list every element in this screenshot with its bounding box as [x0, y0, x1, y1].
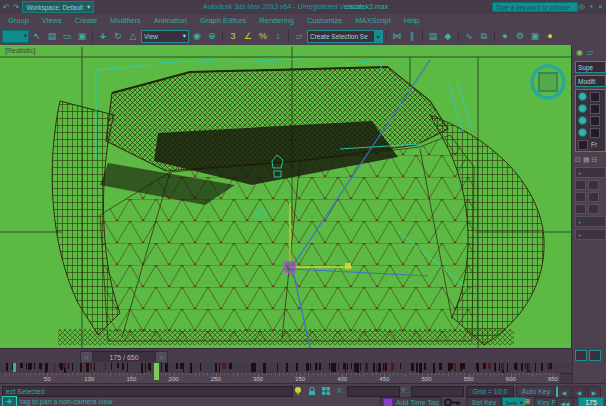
track-key[interactable]	[488, 363, 491, 369]
select-by-name-icon[interactable]: ▤	[45, 30, 59, 43]
track-key[interactable]	[127, 363, 129, 372]
track-key[interactable]	[315, 363, 317, 370]
track-key[interactable]	[26, 363, 28, 369]
isolate-bulb-icon[interactable]	[293, 386, 303, 396]
track-key[interactable]	[72, 363, 74, 371]
timeline-ruler[interactable]: 50100150200250300350400450500550600650	[0, 373, 560, 383]
selection-filter-dropdown[interactable]: ▾	[2, 30, 29, 43]
current-frame-marker[interactable]	[153, 362, 160, 381]
track-key[interactable]	[411, 363, 414, 369]
select-manipulate-icon[interactable]: ⊕	[205, 30, 219, 43]
track-bar[interactable]: 50100150200250300350400450500550600650	[0, 362, 572, 383]
viewport-canvas[interactable]	[0, 45, 572, 348]
track-key[interactable]	[6, 363, 8, 371]
track-key[interactable]	[145, 363, 147, 372]
use-pivot-center-icon[interactable]: ◉	[190, 30, 204, 43]
timeline-side-button[interactable]	[575, 350, 587, 361]
auto-key-button[interactable]: Auto Key	[516, 386, 556, 397]
selection-region-icon[interactable]: ▭	[60, 30, 74, 43]
visibility-bulb-icon[interactable]	[578, 128, 587, 137]
modifier-stack-item[interactable]: Fr	[578, 139, 605, 150]
rollout-button[interactable]	[588, 180, 599, 190]
window-crossing-icon[interactable]: ▣	[75, 30, 89, 43]
track-key[interactable]	[373, 363, 375, 372]
track-key[interactable]	[356, 363, 359, 371]
track-key[interactable]	[521, 363, 523, 371]
menu-create[interactable]: Create	[75, 16, 98, 25]
track-key[interactable]	[111, 363, 113, 370]
angle-snap-icon[interactable]: ∠	[241, 30, 255, 43]
search-input[interactable]	[492, 2, 578, 12]
modifier-stack-item[interactable]	[578, 115, 605, 126]
track-key[interactable]	[20, 363, 23, 368]
menu-graph-editors[interactable]: Graph Editors	[200, 16, 246, 25]
percent-snap-icon[interactable]: %	[256, 30, 270, 43]
track-key[interactable]	[13, 363, 16, 372]
menu-customize[interactable]: Customize	[307, 16, 342, 25]
pin-stack-icon[interactable]: ⊡	[575, 156, 581, 164]
material-editor-icon[interactable]: ●	[498, 30, 512, 43]
snap-toggle-3d-icon[interactable]: 3	[226, 30, 240, 43]
track-key[interactable]	[306, 363, 309, 371]
timeline-side-button[interactable]	[589, 350, 601, 361]
absolute-offset-toggle-icon[interactable]	[321, 386, 331, 396]
track-key[interactable]	[165, 363, 168, 372]
track-key[interactable]	[122, 363, 124, 370]
track-key[interactable]	[296, 363, 298, 371]
track-key[interactable]	[550, 363, 552, 368]
undo-icon[interactable]: ↶	[3, 3, 10, 12]
track-key[interactable]	[477, 363, 479, 372]
modifier-stack-item[interactable]	[578, 127, 605, 138]
track-key[interactable]	[310, 363, 312, 370]
track-key[interactable]	[176, 363, 178, 369]
track-key[interactable]	[525, 363, 527, 369]
select-rotate-icon[interactable]: ↻	[111, 30, 125, 43]
set-keys-key-icon[interactable]	[444, 398, 462, 406]
track-key[interactable]	[251, 363, 254, 372]
track-key[interactable]	[476, 363, 478, 369]
modifier-stack-item[interactable]	[578, 91, 605, 102]
track-key[interactable]	[105, 363, 107, 370]
modifier-stack-item[interactable]	[578, 103, 605, 114]
visibility-bulb-icon[interactable]	[578, 92, 587, 101]
menu-views[interactable]: Views	[42, 16, 62, 25]
schematic-view-icon[interactable]: ⧉	[477, 30, 491, 43]
track-key[interactable]	[40, 363, 42, 370]
track-key[interactable]	[183, 363, 185, 372]
track-key[interactable]	[462, 363, 465, 369]
track-key[interactable]	[286, 363, 288, 372]
track-key[interactable]	[263, 363, 266, 373]
rollout-header[interactable]: +	[575, 229, 606, 240]
track-key[interactable]	[484, 363, 486, 369]
track-key[interactable]	[517, 363, 519, 371]
track-key[interactable]	[200, 363, 202, 371]
track-key[interactable]	[378, 363, 381, 372]
modifier-list-dropdown[interactable]: Modifi	[575, 75, 606, 87]
track-key[interactable]	[63, 363, 66, 368]
track-key[interactable]	[87, 363, 89, 369]
selection-lock-icon[interactable]	[307, 386, 317, 396]
track-key[interactable]	[222, 363, 225, 369]
track-key[interactable]	[439, 363, 442, 370]
visibility-bulb-icon[interactable]	[578, 116, 587, 125]
track-key[interactable]	[528, 363, 530, 371]
set-key-button[interactable]: Set Key	[466, 397, 502, 406]
track-key[interactable]	[215, 363, 217, 372]
track-key[interactable]	[419, 363, 422, 373]
graphite-ribbon-icon[interactable]: ◆	[441, 30, 455, 43]
track-key[interactable]	[219, 363, 221, 372]
rollout-button[interactable]	[575, 180, 586, 190]
layer-manager-icon[interactable]: ▤	[426, 30, 440, 43]
track-key[interactable]	[80, 363, 82, 372]
track-key[interactable]	[229, 363, 232, 369]
named-selection-set-dropdown[interactable]: Create Selection Se ▾	[307, 30, 383, 43]
menu-rendering[interactable]: Rendering	[259, 16, 294, 25]
track-key[interactable]	[366, 363, 368, 369]
viewport[interactable]: [Realistic]	[0, 45, 572, 348]
menu-group[interactable]: Group	[8, 16, 29, 25]
create-tab-icon[interactable]: ◉	[576, 48, 583, 58]
track-key[interactable]	[501, 363, 504, 370]
rollout-button[interactable]	[588, 204, 599, 214]
track-key[interactable]	[28, 363, 31, 370]
pan-mode-indicator[interactable]: ✛	[2, 396, 17, 406]
